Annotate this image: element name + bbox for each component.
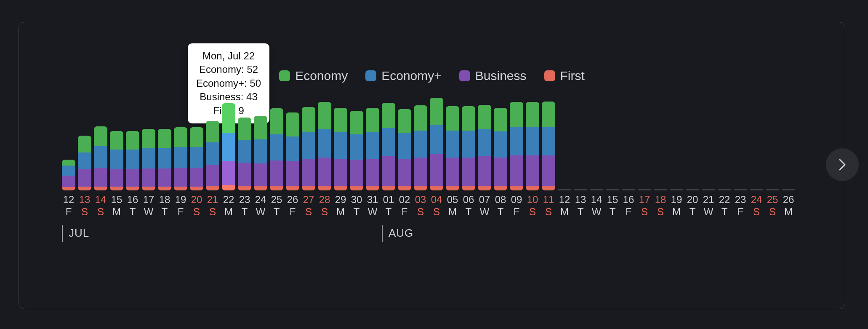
day-column[interactable] xyxy=(606,189,619,190)
stacked-bar[interactable] xyxy=(174,127,187,191)
day-column[interactable] xyxy=(110,131,123,190)
stacked-bar[interactable] xyxy=(478,105,491,190)
stacked-bar[interactable] xyxy=(366,108,379,190)
day-column[interactable] xyxy=(78,136,91,190)
day-column[interactable] xyxy=(334,108,347,190)
day-column[interactable] xyxy=(638,189,651,190)
day-column[interactable] xyxy=(542,102,555,190)
axis-day-of-week: T xyxy=(718,206,731,218)
bar-segment-economy xyxy=(510,102,523,127)
day-column[interactable] xyxy=(510,102,523,190)
stacked-bar[interactable] xyxy=(94,126,107,190)
stacked-bar[interactable] xyxy=(334,108,347,190)
day-column[interactable] xyxy=(302,107,315,190)
day-column[interactable] xyxy=(142,129,155,190)
stacked-bar[interactable] xyxy=(414,105,427,190)
bar-segment-business xyxy=(398,159,411,186)
axis-label: 22M xyxy=(222,194,235,218)
stacked-bar-chart[interactable] xyxy=(44,100,820,190)
bar-segment-business xyxy=(158,169,171,187)
day-column[interactable] xyxy=(206,121,219,190)
day-column[interactable] xyxy=(526,102,539,190)
day-column[interactable] xyxy=(446,106,459,190)
day-column[interactable] xyxy=(94,126,107,190)
stacked-bar[interactable] xyxy=(110,131,123,190)
bar-segment-economy xyxy=(398,109,411,133)
day-column[interactable] xyxy=(734,189,747,190)
day-column[interactable] xyxy=(222,103,235,190)
day-column[interactable] xyxy=(126,131,139,190)
axis-label: 11S xyxy=(542,194,555,218)
stacked-bar[interactable] xyxy=(382,103,395,190)
day-column[interactable] xyxy=(158,129,171,190)
month-marker-aug: AUG xyxy=(382,225,413,242)
legend-item-economy[interactable]: Economy xyxy=(279,69,348,83)
legend-item-first[interactable]: First xyxy=(544,69,585,83)
stacked-bar[interactable] xyxy=(286,112,299,190)
bar-segment-economy-plus xyxy=(510,127,523,155)
stacked-bar[interactable] xyxy=(318,102,331,190)
day-column[interactable] xyxy=(478,105,491,190)
stacked-bar[interactable] xyxy=(126,131,139,190)
stacked-bar[interactable] xyxy=(238,118,251,190)
bar-segment-business xyxy=(526,155,539,186)
stacked-bar[interactable] xyxy=(542,102,555,190)
stacked-bar[interactable] xyxy=(254,116,267,190)
stacked-bar[interactable] xyxy=(206,121,219,190)
economy-plus-swatch-icon xyxy=(365,70,376,81)
stacked-bar[interactable] xyxy=(430,98,443,190)
legend-item-business[interactable]: Business xyxy=(459,69,527,83)
stacked-bar[interactable] xyxy=(462,106,475,190)
stacked-bar[interactable] xyxy=(142,129,155,190)
stacked-bar[interactable] xyxy=(158,129,171,190)
day-column[interactable] xyxy=(238,118,251,190)
day-column[interactable] xyxy=(286,112,299,190)
next-button[interactable] xyxy=(826,148,859,181)
day-column[interactable] xyxy=(574,189,587,190)
day-column[interactable] xyxy=(414,105,427,190)
day-column[interactable] xyxy=(190,127,203,191)
day-column[interactable] xyxy=(366,108,379,190)
stacked-bar[interactable] xyxy=(510,102,523,190)
day-column[interactable] xyxy=(702,189,715,190)
stacked-bar[interactable] xyxy=(62,160,75,190)
axis-day-of-week: M xyxy=(782,206,795,218)
day-column[interactable] xyxy=(782,189,795,190)
bar-segment-first xyxy=(526,186,539,190)
day-column[interactable] xyxy=(750,189,763,190)
day-column[interactable] xyxy=(686,189,699,190)
empty-bar-tick xyxy=(686,189,699,190)
day-column[interactable] xyxy=(462,106,475,190)
day-column[interactable] xyxy=(318,102,331,190)
stacked-bar[interactable] xyxy=(78,136,91,190)
day-column[interactable] xyxy=(398,109,411,191)
stacked-bar[interactable] xyxy=(398,109,411,191)
day-column[interactable] xyxy=(766,189,779,190)
bar-segment-economy xyxy=(190,127,203,147)
stacked-bar[interactable] xyxy=(494,108,507,190)
day-column[interactable] xyxy=(350,111,363,190)
day-column[interactable] xyxy=(62,160,75,190)
stacked-bar[interactable] xyxy=(350,111,363,190)
day-column[interactable] xyxy=(654,189,667,190)
stacked-bar[interactable] xyxy=(526,102,539,190)
day-column[interactable] xyxy=(254,116,267,190)
axis-day-of-week: S xyxy=(638,206,651,218)
stacked-bar[interactable] xyxy=(446,106,459,190)
stacked-bar[interactable] xyxy=(302,107,315,190)
day-column[interactable] xyxy=(622,189,635,190)
day-column[interactable] xyxy=(590,189,603,190)
stacked-bar[interactable] xyxy=(190,127,203,191)
day-column[interactable] xyxy=(382,103,395,190)
day-column[interactable] xyxy=(430,98,443,190)
stacked-bar[interactable] xyxy=(222,103,235,190)
axis-day-of-week: S xyxy=(766,206,779,218)
day-column[interactable] xyxy=(718,189,731,190)
day-column[interactable] xyxy=(174,127,187,191)
legend-item-economy-plus[interactable]: Economy+ xyxy=(365,69,442,83)
stacked-bar[interactable] xyxy=(270,108,283,190)
day-column[interactable] xyxy=(670,189,683,190)
day-column[interactable] xyxy=(270,108,283,190)
day-column[interactable] xyxy=(494,108,507,190)
day-column[interactable] xyxy=(558,189,571,190)
